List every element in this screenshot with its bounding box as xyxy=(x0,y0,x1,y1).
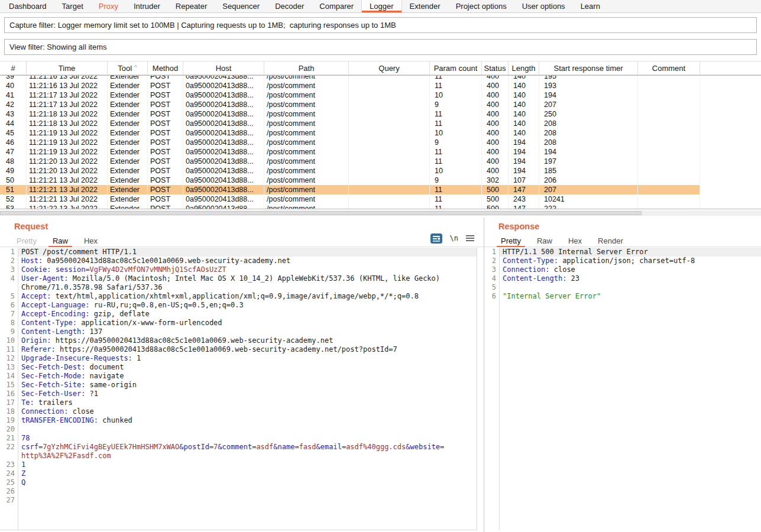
column-header-host[interactable]: Host xyxy=(183,61,264,74)
table-row[interactable]: 4811:21:20 13 Jul 2022ExtenderPOST0a9500… xyxy=(0,157,761,166)
table-row[interactable]: 4411:21:18 13 Jul 2022ExtenderPOST0a9500… xyxy=(0,119,761,128)
response-tab-raw[interactable]: Raw xyxy=(537,236,552,245)
table-row[interactable]: 5311:21:22 13 Jul 2022ExtenderPOST0a9500… xyxy=(0,204,761,209)
line-number: 5 xyxy=(0,292,18,301)
editor-menu-icon[interactable] xyxy=(466,235,474,242)
column-header-[interactable]: # xyxy=(0,61,27,74)
cell-spacer xyxy=(700,185,761,194)
table-row[interactable]: 5211:21:21 13 Jul 2022ExtenderPOST0a9500… xyxy=(0,194,761,204)
menu-tab-proxy[interactable]: Proxy xyxy=(91,0,126,12)
table-row[interactable]: 4011:21:16 13 Jul 2022ExtenderPOST0a9500… xyxy=(0,81,761,90)
cell-spacer xyxy=(700,194,761,204)
menu-tab-repeater[interactable]: Repeater xyxy=(168,0,215,12)
column-label: Path xyxy=(299,64,315,73)
cell-: 48 xyxy=(0,157,27,166)
request-tab-pretty[interactable]: Pretty xyxy=(17,236,37,245)
response-tab-pretty[interactable]: Pretty xyxy=(501,236,521,245)
pretty-print-icon[interactable] xyxy=(430,233,442,244)
response-editor-lines: 1HTTP/1.1 500 Internal Server Error2Cont… xyxy=(484,248,761,301)
sort-ascending-icon: ^ xyxy=(134,64,137,71)
response-tab-render[interactable]: Render xyxy=(598,236,623,245)
column-header-start-response-timer[interactable]: Start response timer xyxy=(539,61,638,74)
menu-tab-logger[interactable]: Logger xyxy=(361,0,401,12)
column-header-param-count[interactable]: Param count xyxy=(430,61,482,74)
line-number: 8 xyxy=(0,319,18,327)
table-row[interactable]: 4511:21:19 13 Jul 2022ExtenderPOST0a9500… xyxy=(0,128,761,138)
response-tab-hex[interactable]: Hex xyxy=(568,236,582,245)
cell-comment xyxy=(638,90,700,100)
cell-length: 140 xyxy=(509,81,539,90)
column-label: Comment xyxy=(652,64,685,73)
line-number: 7 xyxy=(0,310,18,319)
log-table[interactable]: 3911:21:16 13 Jul 2022ExtenderPOST0a9500… xyxy=(0,75,761,209)
table-horizontal-scrollbar[interactable] xyxy=(0,210,761,216)
table-row[interactable]: 5111:21:21 13 Jul 2022ExtenderPOST0a9500… xyxy=(0,185,761,194)
column-header-method[interactable]: Method xyxy=(148,61,183,74)
editor-line: 16Sec-Fetch-User: ?1 xyxy=(0,390,477,398)
line-content: tRANSFER-ENCODING: chunked xyxy=(18,416,477,425)
menu-tab-user-options[interactable]: User options xyxy=(514,0,573,12)
table-row[interactable]: 4911:21:20 13 Jul 2022ExtenderPOST0a9500… xyxy=(0,166,761,176)
cell-tool: Extender xyxy=(108,204,148,209)
editor-line: 4Content-Length: 23 xyxy=(484,274,761,283)
column-header-time[interactable]: Time xyxy=(27,61,108,74)
column-header-length[interactable]: Length xyxy=(509,61,539,74)
cell-spacer xyxy=(700,166,761,176)
editor-line: 13Sec-Fetch-Dest: document xyxy=(0,363,477,372)
menu-tab-learn[interactable]: Learn xyxy=(573,0,608,12)
menu-tab-project-options[interactable]: Project options xyxy=(448,0,514,12)
editor-line: 12Upgrade-Insecure-Requests: 1 xyxy=(0,354,477,363)
gutter-divider xyxy=(499,248,500,530)
cell-comment xyxy=(638,128,700,138)
scrollbar-thumb[interactable] xyxy=(0,211,642,215)
cell-query xyxy=(349,109,430,119)
menu-tab-dashboard[interactable]: Dashboard xyxy=(1,0,54,12)
line-number: 26 xyxy=(0,487,18,496)
capture-filter-bar[interactable]: Capture filter: Logger memory limit set … xyxy=(4,17,757,33)
menu-tab-target[interactable]: Target xyxy=(54,0,91,12)
column-header-query[interactable]: Query xyxy=(349,61,430,74)
cell-tool: Extender xyxy=(108,90,148,100)
menu-tab-comparer[interactable]: Comparer xyxy=(312,0,361,12)
line-number: 6 xyxy=(484,292,500,301)
line-number: 3 xyxy=(0,265,18,274)
column-header-spacer[interactable] xyxy=(700,61,761,74)
cell-status: 400 xyxy=(482,138,509,147)
request-tab-hex[interactable]: Hex xyxy=(84,236,98,245)
cell-query xyxy=(349,90,430,100)
cell-length: 107 xyxy=(509,176,539,185)
column-header-status[interactable]: Status xyxy=(482,61,509,74)
menu-tab-intruder[interactable]: Intruder xyxy=(126,0,168,12)
line-content: Accept: text/html,application/xhtml+xml,… xyxy=(18,292,477,301)
cell-time: 11:21:19 13 Jul 2022 xyxy=(27,128,108,138)
cell-host: 0a9500020413d88... xyxy=(183,147,264,157)
table-row[interactable]: 4611:21:19 13 Jul 2022ExtenderPOST0a9500… xyxy=(0,138,761,147)
cell-path: /post/comment xyxy=(264,185,349,194)
column-header-comment[interactable]: Comment xyxy=(638,61,700,74)
menu-tab-decoder[interactable]: Decoder xyxy=(267,0,312,12)
table-row[interactable]: 4711:21:19 13 Jul 2022ExtenderPOST0a9500… xyxy=(0,147,761,157)
column-header-tool[interactable]: Tool^ xyxy=(108,61,148,74)
cell-comment xyxy=(638,81,700,90)
line-number: 5 xyxy=(484,283,500,292)
menu-tab-extender[interactable]: Extender xyxy=(402,0,448,12)
table-row[interactable]: 4311:21:18 13 Jul 2022ExtenderPOST0a9500… xyxy=(0,109,761,119)
response-editor[interactable]: 1HTTP/1.1 500 Internal Server Error2Cont… xyxy=(484,248,761,530)
cell-length: 140 xyxy=(509,109,539,119)
cell-param-count: 11 xyxy=(430,119,482,128)
table-row[interactable]: 3911:21:16 13 Jul 2022ExtenderPOST0a9500… xyxy=(0,75,761,81)
table-row[interactable]: 5011:21:21 13 Jul 2022ExtenderPOST0a9500… xyxy=(0,176,761,185)
table-row[interactable]: 4111:21:17 13 Jul 2022ExtenderPOST0a9500… xyxy=(0,90,761,100)
newline-toggle-icon[interactable]: \n xyxy=(450,234,458,242)
menu-tab-sequencer[interactable]: Sequencer xyxy=(215,0,267,12)
column-header-path[interactable]: Path xyxy=(264,61,349,74)
table-row[interactable]: 4211:21:17 13 Jul 2022ExtenderPOST0a9500… xyxy=(0,100,761,109)
column-label: Status xyxy=(484,64,506,73)
view-filter-bar[interactable]: View filter: Showing all items xyxy=(4,39,757,55)
request-tab-raw[interactable]: Raw xyxy=(53,236,68,245)
request-editor[interactable]: 1POST /post/comment HTTP/1.12Host: 0a950… xyxy=(0,248,477,530)
cell-: 46 xyxy=(0,138,27,147)
cell-length: 140 xyxy=(509,90,539,100)
editor-line: 1HTTP/1.1 500 Internal Server Error xyxy=(484,248,761,257)
line-number: 24 xyxy=(0,469,18,478)
